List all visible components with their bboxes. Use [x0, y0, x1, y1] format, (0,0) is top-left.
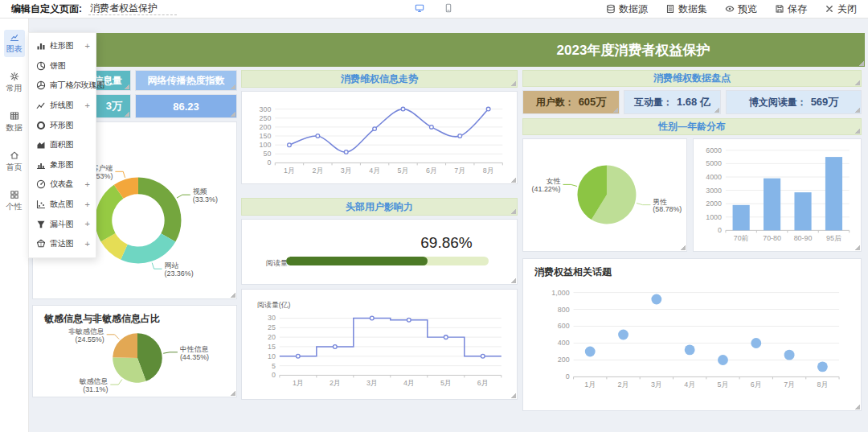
resize-handle[interactable]: [854, 128, 860, 134]
resize-handle[interactable]: [230, 84, 235, 89]
age-bar-widget[interactable]: 010002000300040005000600070前70-8080-9095…: [693, 138, 862, 252]
svg-text:0: 0: [272, 371, 276, 379]
menu-item-bar-chart-expand[interactable]: +: [85, 42, 90, 51]
post-read-count-card[interactable]: 博文阅读量： 569万: [726, 90, 862, 114]
resize-handle[interactable]: [230, 292, 235, 298]
svg-text:100: 100: [260, 141, 272, 149]
mobile-preview-button[interactable]: [444, 3, 453, 15]
menu-item-funnel-chart[interactable]: 漏斗图+: [29, 214, 96, 234]
svg-text:200: 200: [260, 123, 272, 131]
preview-button[interactable]: 预览: [725, 2, 757, 16]
svg-text:3000: 3000: [706, 187, 722, 195]
sentiment-pie-widget[interactable]: 敏感信息与非敏感信息占比 中性信息(44.35%)敏感信息(31.1%)非敏感信…: [32, 305, 237, 397]
reading-step-widget[interactable]: 0510152025301月2月3月4月5月6月阅读量(亿): [241, 289, 518, 400]
menu-item-rose-chart[interactable]: 南丁格尔玫瑰图: [29, 76, 96, 96]
svg-text:400: 400: [558, 339, 570, 347]
menu-item-funnel-chart-expand[interactable]: +: [85, 220, 90, 228]
resize-handle[interactable]: [510, 80, 516, 86]
resize-handle[interactable]: [230, 111, 235, 117]
resize-handle[interactable]: [510, 177, 516, 183]
menu-item-bar-chart[interactable]: 柱形图+: [29, 36, 96, 56]
menu-item-area-chart[interactable]: 面积图: [29, 135, 96, 155]
funnel-chart-icon: [36, 220, 46, 229]
left-sidebar: 图表常用数据首页个性: [0, 19, 29, 432]
save-icon: [775, 4, 784, 14]
trend-line-widget[interactable]: 0501001502002503001月2月3月4月5月6月7月8月: [241, 91, 518, 184]
svg-text:8月: 8月: [817, 381, 828, 389]
trend-section-header[interactable]: 消费维权信息走势: [241, 70, 518, 88]
svg-text:5月: 5月: [440, 379, 452, 387]
post-read-label: 博文阅读量：: [749, 96, 807, 109]
progress-fill: [286, 257, 428, 265]
influence-progress-widget[interactable]: 69.86% 阅读量: [241, 219, 518, 285]
resize-handle[interactable]: [510, 208, 516, 214]
bar-chart-icon: [36, 41, 46, 51]
mobile-icon: [444, 3, 453, 15]
resize-handle[interactable]: [230, 390, 235, 396]
svg-text:3月: 3月: [341, 167, 352, 175]
page-title-input[interactable]: [88, 2, 177, 15]
save-button-label: 保存: [788, 2, 807, 16]
close-button[interactable]: 关闭: [825, 2, 857, 16]
user-count-card[interactable]: 用户数： 605万: [522, 90, 620, 114]
gear-icon: [10, 72, 19, 81]
sidebar-item-common[interactable]: 常用: [4, 69, 25, 97]
dataset-button[interactable]: 数据集: [665, 2, 707, 16]
svg-text:15: 15: [268, 343, 276, 351]
influence-section-header[interactable]: 头部用户影响力: [241, 198, 518, 216]
svg-text:中性信息(44.35%): 中性信息(44.35%): [180, 345, 209, 361]
resize-handle[interactable]: [680, 245, 686, 250]
svg-text:20: 20: [268, 333, 276, 341]
sidebar-item-personal[interactable]: 个性: [4, 187, 25, 215]
datasource-button[interactable]: 数据源: [606, 2, 648, 16]
svg-text:10: 10: [268, 352, 276, 360]
menu-item-scatter-chart-expand[interactable]: +: [85, 200, 90, 209]
menu-item-line-chart-expand[interactable]: +: [85, 101, 90, 110]
progress-bar-label: 阅读量: [266, 258, 288, 269]
resize-handle[interactable]: [510, 393, 516, 398]
summary-section-header[interactable]: 消费维权数据盘点: [522, 70, 862, 87]
svg-text:600: 600: [558, 322, 570, 330]
desktop-preview-button[interactable]: [415, 3, 424, 15]
menu-item-line-chart-label: 折线图: [50, 100, 73, 111]
menu-item-scatter-chart[interactable]: 散点图+: [29, 195, 96, 215]
menu-item-ring-chart[interactable]: 环形图: [29, 115, 96, 135]
resize-handle[interactable]: [854, 107, 860, 113]
menu-item-pictogram-chart[interactable]: 象形图: [29, 155, 96, 175]
sidebar-item-charts[interactable]: 图表: [4, 30, 25, 57]
svg-text:30: 30: [268, 314, 276, 322]
resize-handle[interactable]: [854, 404, 860, 409]
area-chart-icon: [36, 140, 46, 150]
menu-item-gauge-chart[interactable]: 仪表盘+: [29, 175, 96, 195]
topics-scatter-widget[interactable]: 消费权益相关话题 02004006008001,0001月2月3月4月5月6月7…: [522, 258, 862, 411]
dataset-icon: [665, 4, 675, 14]
resize-handle[interactable]: [858, 60, 864, 66]
resize-handle[interactable]: [612, 107, 618, 113]
sidebar-item-home[interactable]: 首页: [4, 148, 25, 175]
resize-handle[interactable]: [124, 84, 129, 89]
svg-text:1月: 1月: [284, 167, 295, 175]
sidebar-item-data[interactable]: 数据: [4, 109, 25, 136]
menu-item-pie-chart[interactable]: 饼图: [29, 56, 96, 76]
menu-item-radar-chart[interactable]: 雷达图+: [29, 234, 96, 254]
menu-item-radar-chart-expand[interactable]: +: [85, 240, 90, 249]
save-button[interactable]: 保存: [775, 2, 807, 16]
resize-handle[interactable]: [510, 278, 516, 283]
gender-age-section-header[interactable]: 性别—年龄分布: [522, 118, 862, 135]
menu-item-line-chart[interactable]: 折线图+: [29, 96, 96, 116]
topics-scatter-chart: 02004006008001,0001月2月3月4月5月6月7月8月: [523, 259, 861, 410]
menu-item-gauge-chart-expand[interactable]: +: [85, 180, 90, 189]
gender-pie-widget[interactable]: 男性(58.78%)女性(41.22%): [522, 138, 687, 252]
resize-handle[interactable]: [124, 111, 129, 117]
heat-index-label-card[interactable]: 网络传播热度指数: [135, 70, 237, 91]
resize-handle[interactable]: [854, 245, 860, 250]
interaction-count-card[interactable]: 互动量： 1.68 亿: [624, 90, 721, 114]
heat-index-value-card[interactable]: 86.23: [135, 94, 237, 118]
dashboard-title-banner[interactable]: 2023年度消费者权益保护: [32, 33, 865, 67]
svg-text:150: 150: [260, 132, 272, 140]
sidebar-item-charts-label: 图表: [6, 43, 23, 55]
progress-track: [286, 257, 489, 265]
resize-handle[interactable]: [714, 107, 719, 113]
resize-handle[interactable]: [854, 80, 860, 85]
line-chart-icon: [36, 101, 46, 110]
